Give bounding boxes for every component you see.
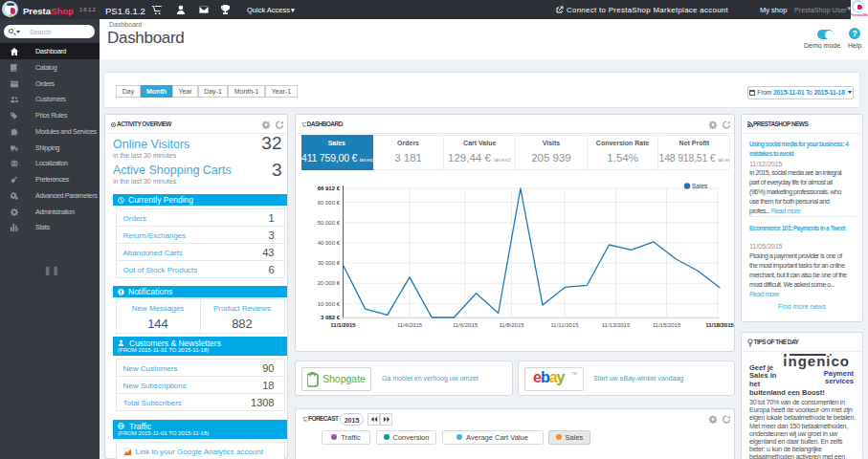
svg-text:60 000 €: 60 000 € (318, 200, 341, 206)
svg-text:30 000 €: 30 000 € (318, 260, 341, 266)
svg-text:50 000 €: 50 000 € (318, 220, 341, 226)
svg-text:11/11/2015: 11/11/2015 (550, 322, 579, 328)
svg-text:40 000 €: 40 000 € (318, 240, 341, 246)
svg-text:20 000 €: 20 000 € (318, 280, 341, 286)
svg-text:11/6/2015: 11/6/2015 (453, 322, 479, 328)
svg-text:11/15/2015: 11/15/2015 (653, 322, 681, 328)
svg-text:3 082 €: 3 082 € (321, 315, 341, 320)
svg-text:11/13/2015: 11/13/2015 (602, 322, 631, 328)
svg-text:11/18/2015: 11/18/2015 (705, 322, 734, 328)
svg-text:66 912 €: 66 912 € (318, 186, 341, 191)
svg-text:11/4/2015: 11/4/2015 (397, 322, 423, 328)
svg-text:11/1/2015: 11/1/2015 (330, 322, 356, 328)
svg-text:Sales: Sales (692, 183, 708, 189)
svg-text:10 000 €: 10 000 € (318, 301, 341, 307)
svg-text:11/8/2015: 11/8/2015 (499, 322, 524, 328)
